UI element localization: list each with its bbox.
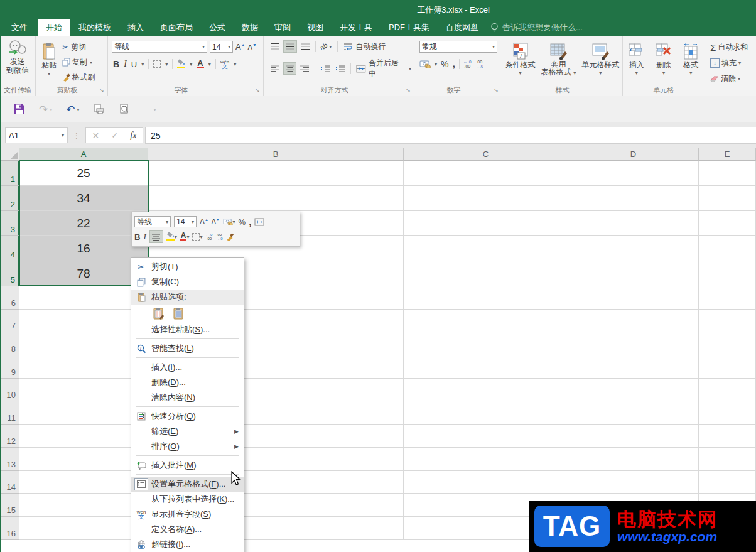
decrease-decimal-button[interactable]: .00→.0 xyxy=(475,60,483,68)
paste-keep-formatting-button[interactable] xyxy=(151,306,166,320)
row-header-11[interactable]: 11 xyxy=(0,401,19,425)
cell-C2[interactable] xyxy=(404,186,568,211)
insert-function-button[interactable]: fx xyxy=(130,131,136,141)
save-button[interactable] xyxy=(14,104,25,115)
mini-increase-font-button[interactable]: A▲ xyxy=(200,217,208,226)
mini-font-color-button[interactable]: A xyxy=(180,232,187,241)
cell-C1[interactable] xyxy=(404,161,568,186)
autosum-button[interactable]: Σ 自动求和 xyxy=(710,41,756,53)
cell-C14[interactable] xyxy=(404,471,568,494)
phonetic-dropdown[interactable]: ▾ xyxy=(234,62,236,67)
number-dialog-launcher[interactable]: ↘ xyxy=(492,86,500,95)
increase-indent-button[interactable] xyxy=(333,63,346,74)
cell-A7[interactable] xyxy=(19,310,148,333)
delete-cells-button[interactable]: 删除 ▾ xyxy=(655,40,672,78)
format-cells-button[interactable]: 格式 ▾ xyxy=(682,40,699,78)
orientation-dropdown[interactable]: ▾ xyxy=(329,44,332,50)
name-box-dropdown[interactable]: ▾ xyxy=(62,133,64,138)
mini-fill-color-button[interactable] xyxy=(166,233,175,241)
increase-font-button[interactable]: A▲ xyxy=(235,42,246,51)
cell-E5[interactable] xyxy=(699,261,756,286)
fill-button[interactable]: ↓ 填充 ▾ xyxy=(710,57,756,69)
top-align-button[interactable] xyxy=(269,41,281,52)
cell-E12[interactable] xyxy=(699,425,756,448)
cell-C5[interactable] xyxy=(404,261,568,286)
cell-C10[interactable] xyxy=(404,379,568,402)
cell-E6[interactable] xyxy=(699,286,756,310)
confirm-entry-button[interactable]: ✓ xyxy=(111,131,118,140)
cell-C6[interactable] xyxy=(404,286,568,310)
format-as-table-button[interactable]: 套用 表格格式 ▾ xyxy=(541,40,576,78)
font-family-select[interactable]: 等线▾ xyxy=(112,41,207,53)
cell-C8[interactable] xyxy=(404,332,568,355)
tab-file[interactable]: 文件 xyxy=(1,19,38,36)
accounting-format-button[interactable] xyxy=(419,60,431,68)
row-header-9[interactable]: 9 xyxy=(0,355,19,379)
cell-A11[interactable] xyxy=(19,401,148,425)
mini-font-size-select[interactable]: 14▾ xyxy=(174,216,197,227)
mini-comma-button[interactable]: , xyxy=(249,217,251,227)
menu-item-paste-special[interactable]: 选择性粘贴(S)... xyxy=(131,322,244,337)
bottom-align-button[interactable] xyxy=(299,41,311,52)
format-painter-button[interactable]: 格式刷 xyxy=(62,71,95,84)
cell-A10[interactable] xyxy=(19,379,148,402)
mini-borders-button[interactable] xyxy=(192,233,200,241)
cell-D2[interactable] xyxy=(568,186,699,211)
column-header-C[interactable]: C xyxy=(404,148,568,161)
cell-A2[interactable]: 34 xyxy=(19,186,148,211)
cell-D1[interactable] xyxy=(568,161,699,186)
cell-A1[interactable]: 25 xyxy=(19,161,148,186)
tab-view[interactable]: 视图 xyxy=(299,19,332,36)
tell-me-box[interactable]: 告诉我您想要做什么... xyxy=(490,19,583,36)
paste-dropdown[interactable]: ▾ xyxy=(48,70,50,78)
cell-D10[interactable] xyxy=(568,379,699,402)
mini-percent-button[interactable]: % xyxy=(239,217,246,227)
font-color-button[interactable]: A xyxy=(197,60,203,68)
merge-center-dropdown[interactable]: ▾ xyxy=(409,66,411,72)
row-header-15[interactable]: 15 xyxy=(0,494,19,517)
redo-button[interactable]: ↷ ▾ xyxy=(39,103,52,116)
cell-E13[interactable] xyxy=(699,448,756,471)
cell-D14[interactable] xyxy=(568,471,699,494)
cell-A5[interactable]: 78 xyxy=(19,261,148,286)
menu-item-smart-lookup[interactable]: i 智能查找(L) xyxy=(131,341,244,356)
conditional-formatting-button[interactable]: ≠ 条件格式 ▾ xyxy=(505,40,536,78)
cell-E11[interactable] xyxy=(699,401,756,425)
decrease-font-button[interactable]: A▼ xyxy=(248,43,257,51)
cell-styles-button[interactable]: 单元格样式 ▾ xyxy=(581,40,619,78)
cell-D12[interactable] xyxy=(568,425,699,448)
row-header-2[interactable]: 2 xyxy=(0,186,19,211)
cell-D7[interactable] xyxy=(568,310,699,333)
tab-insert[interactable]: 插入 xyxy=(119,19,152,36)
cell-A15[interactable] xyxy=(19,494,148,517)
column-header-D[interactable]: D xyxy=(568,148,699,161)
borders-dropdown[interactable]: ▾ xyxy=(165,62,168,67)
mini-font-family-select[interactable]: 等线▾ xyxy=(134,216,171,227)
mini-format-painter-button[interactable] xyxy=(225,233,234,241)
font-color-dropdown[interactable]: ▾ xyxy=(208,62,211,67)
cell-E3[interactable] xyxy=(699,211,756,236)
menu-item-show-phonetic[interactable]: wén文 显示拼音字段(S) xyxy=(131,507,244,522)
tab-home[interactable]: 开始 xyxy=(38,19,70,36)
cell-E1[interactable] xyxy=(699,161,756,186)
clipboard-dialog-launcher[interactable]: ↘ xyxy=(97,86,106,95)
font-dialog-launcher[interactable]: ↘ xyxy=(253,86,262,95)
row-header-12[interactable]: 12 xyxy=(0,425,19,448)
formula-input[interactable]: 25 xyxy=(145,127,756,144)
menu-item-clear-contents[interactable]: 清除内容(N) xyxy=(131,390,244,405)
column-header-B[interactable]: B xyxy=(148,148,404,161)
mini-merge-center-button[interactable] xyxy=(254,218,264,226)
row-header-16[interactable]: 16 xyxy=(0,517,19,540)
row-header-5[interactable]: 5 xyxy=(0,261,19,286)
copy-button[interactable]: 复制 ▾ xyxy=(62,56,95,68)
cell-A13[interactable] xyxy=(19,448,148,471)
cell-D3[interactable] xyxy=(568,211,699,236)
cell-A16[interactable] xyxy=(19,517,148,540)
borders-button[interactable] xyxy=(153,60,161,68)
cell-D4[interactable] xyxy=(568,236,699,261)
cell-E7[interactable] xyxy=(699,310,756,333)
paste-values-button[interactable] xyxy=(171,306,186,320)
qat-customize-button[interactable]: ▾ xyxy=(154,107,156,112)
menu-item-delete[interactable]: 删除(D)... xyxy=(131,375,244,390)
cell-D11[interactable] xyxy=(568,401,699,425)
